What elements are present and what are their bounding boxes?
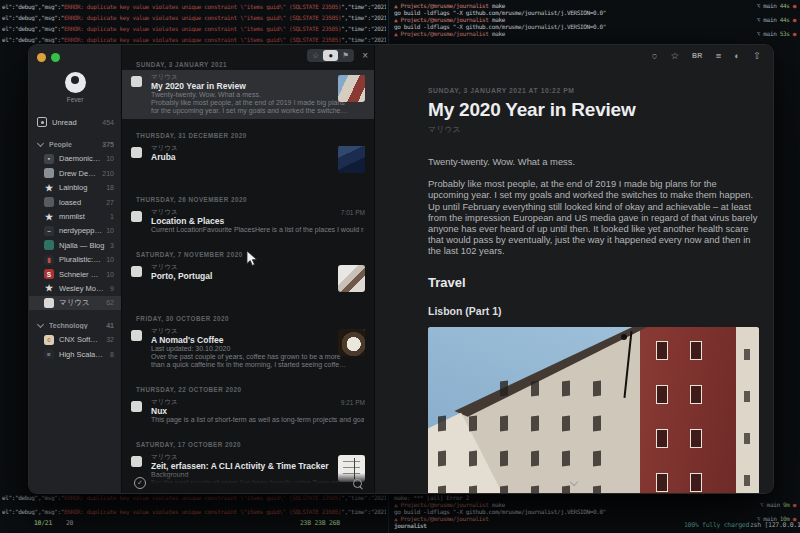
appearance-icon[interactable]: ◐ [734, 51, 740, 61]
sidebar-item-njalla-blog[interactable]: Njalla — Blog3 [29, 238, 121, 252]
unread-count: 3 [110, 242, 114, 249]
date-header: FRIDAY, 30 OCTOBER 2020 [136, 315, 374, 322]
image-window [531, 380, 539, 396]
item-preview-line: for the upcoming year. I set my goals an… [151, 107, 364, 115]
sidebar-item-mnmlist[interactable]: ★mnmlist1 [29, 209, 121, 223]
filter-flagged-icon[interactable]: ⚑ [338, 50, 353, 61]
sidebar-item-lainblog[interactable]: ★Lainblog18 [29, 181, 121, 195]
sidebar-item-nerdypepper-s-blog[interactable]: –nerdypepper's μblog10 [29, 224, 121, 238]
unread-count: 62 [106, 299, 114, 306]
filter-unread-icon[interactable]: ● [323, 50, 338, 61]
image-window [562, 450, 570, 466]
image-lamp-icon [623, 331, 631, 397]
item-title: My 2020 Year in Review [151, 81, 364, 91]
image-window [469, 485, 477, 493]
close-filter-icon[interactable]: × [362, 51, 368, 61]
item-feed-name: マリウス [151, 208, 364, 216]
sidebar-item-technology[interactable]: Technology41 [29, 318, 121, 332]
star-icon[interactable]: ☆ [670, 51, 679, 61]
terminal-line: ▲ Projects/@mrusme/journalist make⌥ main… [394, 501, 798, 508]
list-item[interactable]: マリウスA Nomad's CoffeeLast updated: 30.10.… [122, 324, 374, 373]
terminal-error-line: el":"debug","msg":"ERROR: duplicate key … [2, 36, 386, 43]
item-thumbnail-aruba [338, 146, 365, 173]
star-icon: ★ [44, 212, 54, 222]
sidebar-item-high-scalability[interactable]: ≡High Scalability8 [29, 347, 121, 361]
image-window [744, 391, 750, 402]
unread-count: 32 [106, 336, 114, 343]
filter-starred-icon[interactable]: ☆ [308, 50, 323, 61]
sidebar-item-cnx-software-emb-[interactable]: cCNX Software – Emb…32 [29, 332, 121, 346]
item-title: Porto, Portugal [151, 271, 364, 281]
text-settings-icon[interactable]: ≡ [716, 51, 722, 61]
unread-count: 8 [110, 351, 114, 358]
list-item[interactable]: マリウスNuxThis page is a list of short-term… [122, 395, 374, 428]
list-item[interactable]: マリウスAruba11:59 PM [122, 141, 374, 183]
sidebar-item-label: Wesley Moore [59, 284, 106, 293]
image-window [500, 380, 508, 396]
image-window [690, 473, 702, 492]
image-lamp-icon [621, 334, 627, 340]
image-window [562, 415, 570, 431]
sidebar-item-pluralistic-daily-links-[interactable]: ▮Pluralistic: Daily links…10 [29, 253, 121, 267]
read-filter-segmented-control: ☆●⚑ [307, 49, 354, 62]
search-icon[interactable] [353, 479, 362, 488]
list-item[interactable]: マリウスMy 2020 Year in ReviewTwenty-twenty.… [122, 70, 374, 119]
sidebar-item-unread[interactable]: Unread454 [29, 115, 121, 129]
sidebar-item-loased[interactable]: loased27 [29, 195, 121, 209]
article-list-pane: ☆●⚑ × SUNDAY, 3 JANUARY 2021マリウスMy 2020 … [121, 45, 375, 493]
item-timestamp: 9:21 PM [341, 399, 365, 406]
read-toggle-icon[interactable]: ○ [652, 51, 658, 61]
date-header: THURSDAY, 26 NOVEMBER 2020 [136, 196, 374, 203]
feed-favicon-icon [44, 298, 54, 308]
article-title: My 2020 Year in Review [428, 99, 756, 121]
sidebar-item--[interactable]: マリウス62 [29, 296, 121, 310]
feed-favicon-icon: – [44, 226, 54, 236]
list-item[interactable]: マリウスLocation & PlacesCurrent LocationFav… [122, 205, 374, 238]
item-thumbnail-porto [338, 265, 365, 292]
sidebar-item-label: Pluralistic: Daily links… [59, 255, 102, 264]
image-window [744, 475, 750, 486]
share-icon[interactable]: ⇧ [753, 51, 761, 61]
item-thumbnail-coffee [338, 329, 365, 356]
unread-count: 1 [110, 213, 114, 220]
unread-count: 454 [102, 119, 114, 126]
article-heading: Travel [428, 275, 756, 290]
mark-all-read-icon[interactable]: ✓ [134, 477, 146, 489]
zoom-button[interactable] [51, 53, 60, 62]
image-window [744, 433, 750, 444]
sidebar-item-label: Unread [52, 118, 98, 127]
item-timestamp: 7:01 PM [341, 209, 365, 216]
item-feed-name: マリウス [151, 398, 364, 406]
item-preview-line: than a quick caffeine fix in the morning… [151, 361, 364, 369]
image-window [656, 385, 668, 404]
chevron-down-icon[interactable] [570, 479, 578, 487]
minimize-button[interactable] [37, 53, 46, 62]
feed-favicon-icon [131, 456, 142, 467]
sidebar-item-schneier-on-security[interactable]: SSchneier on Security10 [29, 267, 121, 281]
feed-favicon-icon [131, 147, 142, 158]
item-preview-line: Probably like most people, at the end of… [151, 99, 364, 107]
sidebar-item-people[interactable]: People375 [29, 137, 121, 151]
image-window [438, 485, 446, 493]
terminal-error-line: el":"debug","msg":"ERROR: duplicate key … [2, 508, 386, 515]
sidebar-item-wesley-moore[interactable]: ★Wesley Moore9 [29, 281, 121, 295]
feed-favicon-icon [44, 197, 54, 207]
item-title: Zeit, erfassen: A CLI Activity & Time Tr… [151, 461, 364, 471]
image-window [500, 485, 508, 493]
image-window [593, 380, 601, 396]
tmux-window-indicator: 10/21 [34, 519, 52, 527]
article-list: SUNDAY, 3 JANUARY 2021マリウスMy 2020 Year i… [122, 45, 374, 494]
sidebar-item-label: People [49, 141, 98, 148]
item-preview-line: Current LocationFavourite PlacesHere is … [151, 226, 364, 234]
image-window [593, 415, 601, 431]
sidebar-item-drew-devault-s-blog[interactable]: Drew DeVault's blog210 [29, 166, 121, 180]
unread-icon [37, 117, 47, 127]
sidebar-item-label: Schneier on Security [59, 270, 102, 279]
item-preview-line: Over the past couple of years, coffee ha… [151, 353, 364, 361]
unread-count: 18 [106, 184, 114, 191]
unread-count: 9 [110, 285, 114, 292]
sidebar-item-daemonic-dispatches[interactable]: ▪Daemonic Dispatches10 [29, 152, 121, 166]
image-red-building [640, 327, 736, 493]
bionic-reading-icon[interactable]: BR [692, 51, 703, 61]
image-window [690, 385, 702, 404]
